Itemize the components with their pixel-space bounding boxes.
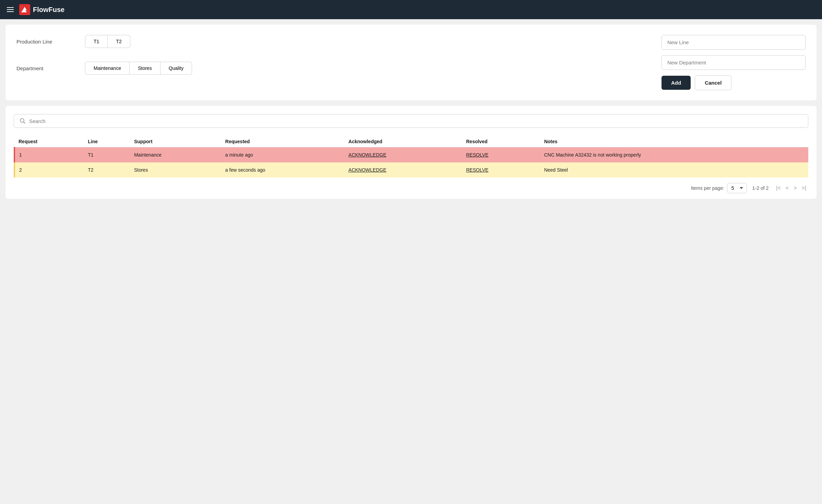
department-maintenance[interactable]: Maintenance	[85, 62, 130, 75]
col-request: Request	[14, 136, 84, 147]
cell-notes: CNC Machine A32432 is not working proper…	[540, 147, 808, 163]
hamburger-menu[interactable]	[7, 7, 14, 12]
col-notes: Notes	[540, 136, 808, 147]
items-per-page: Items per page: 5 10 25 50	[691, 183, 747, 193]
page-nav: |< < > >|	[774, 184, 808, 193]
cell-resolve[interactable]: RESOLVE	[462, 147, 540, 163]
last-page-button[interactable]: >|	[800, 184, 809, 193]
col-resolved: Resolved	[462, 136, 540, 147]
config-fields: Production Line T1 T2 Department Mainten…	[16, 35, 653, 90]
items-per-page-label: Items per page:	[691, 185, 724, 191]
cell-line: T1	[84, 147, 130, 163]
cell-requested: a few seconds ago	[221, 162, 344, 177]
pagination: Items per page: 5 10 25 50 1-2 of 2 |< <…	[14, 183, 808, 193]
department-label: Department	[16, 65, 85, 71]
cancel-button[interactable]: Cancel	[695, 75, 731, 90]
first-page-button[interactable]: |<	[774, 184, 783, 193]
table-row: 2 T2 Stores a few seconds ago ACKNOWLEDG…	[14, 162, 808, 177]
cell-requested: a minute ago	[221, 147, 344, 163]
main-content: Production Line T1 T2 Department Mainten…	[0, 19, 822, 204]
prev-page-button[interactable]: <	[784, 184, 791, 193]
search-icon	[20, 118, 26, 124]
table-row: 1 T1 Maintenance a minute ago ACKNOWLEDG…	[14, 147, 808, 163]
department-row: Department Maintenance Stores Quality	[16, 62, 653, 75]
new-department-input[interactable]	[662, 55, 806, 70]
cell-acknowledge[interactable]: ACKNOWLEDGE	[344, 162, 462, 177]
cell-notes: Need Steel	[540, 162, 808, 177]
acknowledge-button[interactable]: ACKNOWLEDGE	[348, 152, 386, 158]
per-page-select[interactable]: 5 10 25 50	[727, 183, 747, 193]
production-line-t2[interactable]: T2	[108, 35, 130, 48]
cell-resolve[interactable]: RESOLVE	[462, 162, 540, 177]
page-info: 1-2 of 2	[752, 185, 769, 191]
next-page-button[interactable]: >	[791, 184, 799, 193]
production-line-row: Production Line T1 T2	[16, 35, 653, 48]
form-actions: Add Cancel	[662, 75, 806, 90]
production-line-t1[interactable]: T1	[85, 35, 108, 48]
config-card: Production Line T1 T2 Department Mainten…	[5, 25, 817, 100]
svg-line-2	[24, 122, 25, 124]
cell-acknowledge[interactable]: ACKNOWLEDGE	[344, 147, 462, 163]
col-line: Line	[84, 136, 130, 147]
config-form: Add Cancel	[662, 35, 806, 90]
cell-line: T2	[84, 162, 130, 177]
search-input[interactable]	[29, 118, 802, 124]
requests-card: Request Line Support Requested Acknowled…	[5, 106, 817, 199]
cell-support: Stores	[130, 162, 221, 177]
flowfuse-logo-icon	[19, 4, 30, 15]
resolve-button[interactable]: RESOLVE	[466, 152, 488, 158]
cell-request: 2	[14, 162, 84, 177]
col-acknowledged: Acknowledged	[344, 136, 462, 147]
production-line-buttons: T1 T2	[85, 35, 130, 48]
col-support: Support	[130, 136, 221, 147]
search-bar	[14, 114, 808, 128]
logo-text: FlowFuse	[33, 6, 64, 14]
table-header-row: Request Line Support Requested Acknowled…	[14, 136, 808, 147]
requests-table: Request Line Support Requested Acknowled…	[14, 136, 808, 177]
new-line-input[interactable]	[662, 35, 806, 50]
app-header: FlowFuse	[0, 0, 822, 19]
department-quality[interactable]: Quality	[160, 62, 192, 75]
cell-support: Maintenance	[130, 147, 221, 163]
cell-request: 1	[14, 147, 84, 163]
acknowledge-button[interactable]: ACKNOWLEDGE	[348, 167, 386, 173]
department-stores[interactable]: Stores	[130, 62, 160, 75]
production-line-label: Production Line	[16, 39, 85, 45]
resolve-button[interactable]: RESOLVE	[466, 167, 488, 173]
col-requested: Requested	[221, 136, 344, 147]
add-button[interactable]: Add	[662, 76, 691, 90]
department-buttons: Maintenance Stores Quality	[85, 62, 192, 75]
logo: FlowFuse	[19, 4, 64, 15]
